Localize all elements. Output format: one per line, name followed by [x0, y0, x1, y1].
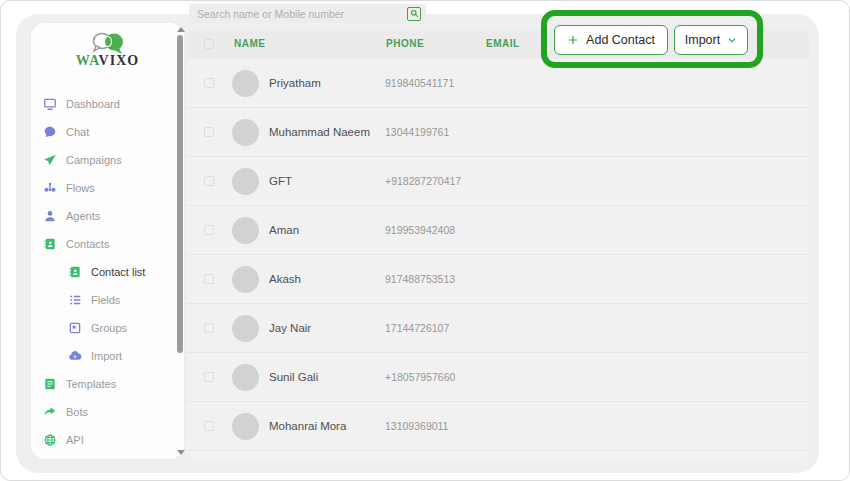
sidebar-item-templates[interactable]: Templates [31, 370, 177, 398]
add-contact-button[interactable]: Add Contact [554, 25, 668, 55]
contact-phone: 917488753513 [385, 255, 455, 304]
contact-list-icon [68, 265, 82, 279]
chat-icon [43, 125, 57, 139]
sidebar-item-fields[interactable]: Fields [31, 286, 177, 314]
sidebar-item-label: Contacts [66, 238, 109, 250]
search-button[interactable] [407, 7, 421, 21]
avatar [232, 217, 259, 244]
row-checkbox[interactable] [204, 78, 214, 88]
contact-name: Aman [269, 206, 299, 255]
table-row: Sunil Gali +18057957660 [187, 353, 809, 402]
sidebar-item-bots[interactable]: Bots [31, 398, 177, 426]
row-checkbox[interactable] [204, 323, 214, 333]
sidebar-item-label: Chat [66, 126, 89, 138]
contact-phone: 17144726107 [385, 304, 449, 353]
table-row: GFT +918287270417 [187, 157, 809, 206]
row-checkbox[interactable] [204, 421, 214, 431]
avatar [232, 266, 259, 293]
row-checkbox[interactable] [204, 176, 214, 186]
contact-phone: 13044199761 [385, 108, 449, 157]
contact-phone: 13109369011 [385, 402, 448, 451]
groups-icon [68, 321, 82, 335]
agents-icon [43, 209, 57, 223]
avatar [232, 413, 259, 440]
column-header-email: EMAIL [486, 29, 520, 59]
contacts-page: WAVIXO Dashboard Chat Campaigns [0, 0, 850, 481]
plus-icon [567, 34, 579, 46]
sidebar-item-label: Templates [66, 378, 116, 390]
table-row: Akash 917488753513 [187, 255, 809, 304]
dashboard-icon [43, 97, 57, 111]
sidebar-item-label: Flows [66, 182, 95, 194]
contact-phone: 919953942408 [385, 206, 455, 255]
sidebar-item-groups[interactable]: Groups [31, 314, 177, 342]
table-row: Priyatham 919840541171 [187, 59, 809, 108]
import-button-label: Import [685, 33, 720, 47]
sidebar-item-agents[interactable]: Agents [31, 202, 177, 230]
contact-phone: 919840541171 [385, 59, 454, 108]
contact-name: Priyatham [269, 59, 321, 108]
row-checkbox[interactable] [204, 274, 214, 284]
contact-name: GFT [269, 157, 292, 206]
sidebar-item-label: API [66, 434, 84, 446]
select-all-checkbox[interactable] [204, 39, 214, 49]
row-checkbox[interactable] [204, 372, 214, 382]
sidebar-item-chat[interactable]: Chat [31, 118, 177, 146]
column-header-name: NAME [234, 29, 265, 59]
sidebar-nav: Dashboard Chat Campaigns Flows [31, 90, 177, 454]
sidebar-item-label: Fields [91, 294, 120, 306]
avatar [232, 364, 259, 391]
avatar [232, 315, 259, 342]
sidebar-item-label: Groups [91, 322, 127, 334]
scroll-down-arrow-icon[interactable] [177, 450, 185, 455]
column-header-phone: PHONE [386, 29, 424, 59]
search-input[interactable] [189, 4, 407, 23]
add-contact-label: Add Contact [586, 33, 655, 47]
sidebar-item-contacts[interactable]: Contacts [31, 230, 177, 258]
sidebar-item-label: Dashboard [66, 98, 120, 110]
avatar [232, 119, 259, 146]
table-row: Aman 919953942408 [187, 206, 809, 255]
contact-phone: +918287270417 [385, 157, 461, 206]
sidebar-item-flows[interactable]: Flows [31, 174, 177, 202]
scroll-up-arrow-icon[interactable] [177, 27, 185, 32]
table-row: Jay Nair 17144726107 [187, 304, 809, 353]
send-icon [43, 153, 57, 167]
sidebar: WAVIXO Dashboard Chat Campaigns [31, 23, 184, 459]
sidebar-scrollbar [176, 23, 184, 459]
table-row: Mohanrai Mora 13109369011 [187, 402, 809, 451]
sidebar-item-dashboard[interactable]: Dashboard [31, 90, 177, 118]
sidebar-item-import[interactable]: Import [31, 342, 177, 370]
sidebar-item-label: Agents [66, 210, 100, 222]
chevron-down-icon [727, 35, 737, 45]
contact-name: Akash [269, 255, 301, 304]
sidebar-item-label: Contact list [91, 266, 145, 278]
import-button[interactable]: Import [674, 25, 748, 55]
search-bar [189, 4, 426, 23]
brand-name: WAVIXO [31, 53, 184, 69]
sidebar-item-api[interactable]: API [31, 426, 177, 454]
search-icon [410, 9, 419, 18]
contact-name: Sunil Gali [269, 353, 318, 402]
sidebar-item-label: Bots [66, 406, 88, 418]
contact-name: Mohanrai Mora [269, 402, 346, 451]
sidebar-item-campaigns[interactable]: Campaigns [31, 146, 177, 174]
flows-icon [43, 181, 57, 195]
api-icon [43, 433, 57, 447]
table-row: Muhammad Naeem 13044199761 [187, 108, 809, 157]
contact-table: NAME PHONE EMAIL Priyatham 919840541171 … [187, 29, 809, 461]
bots-icon [43, 405, 57, 419]
contact-name: Muhammad Naeem [269, 108, 370, 157]
row-checkbox[interactable] [204, 225, 214, 235]
contact-phone: +18057957660 [385, 353, 455, 402]
sidebar-item-contact-list[interactable]: Contact list [31, 258, 177, 286]
contact-name: Jay Nair [269, 304, 311, 353]
sidebar-item-label: Campaigns [66, 154, 122, 166]
logo: WAVIXO [31, 31, 184, 69]
row-checkbox[interactable] [204, 127, 214, 137]
avatar [232, 70, 259, 97]
import-icon [68, 349, 82, 363]
contacts-icon [43, 237, 57, 251]
scrollbar-thumb[interactable] [177, 35, 183, 353]
fields-icon [68, 293, 82, 307]
